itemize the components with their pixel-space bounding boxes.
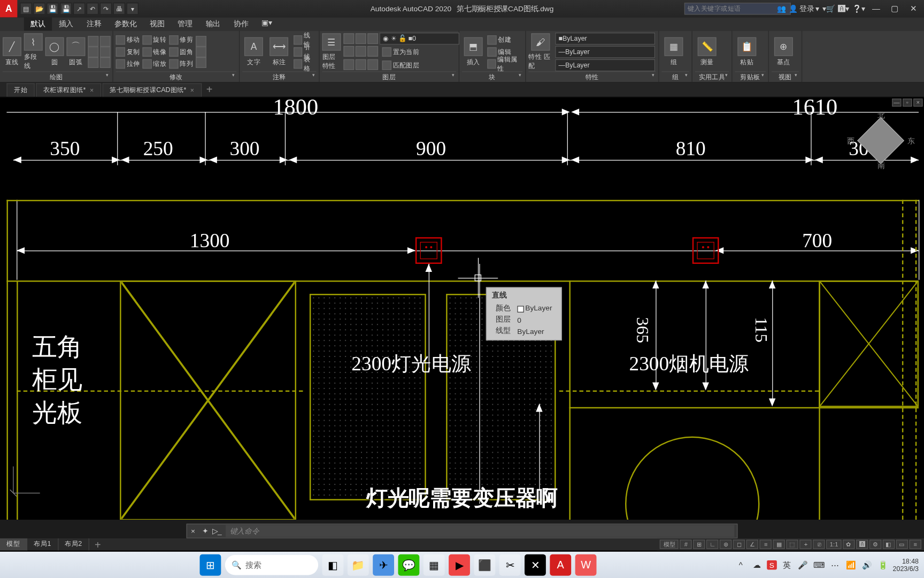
create-block-button[interactable]: 创建 xyxy=(487,34,522,45)
status-scale[interactable]: 1:1 xyxy=(827,539,842,549)
panel-group-title[interactable]: 组 xyxy=(661,71,689,80)
doc-restore-icon[interactable]: ▫ xyxy=(903,98,912,107)
layer-state-icon[interactable] xyxy=(367,33,378,44)
status-ortho-icon[interactable]: ∟ xyxy=(707,539,719,549)
close-icon[interactable]: × xyxy=(90,86,94,94)
stretch-button[interactable]: 拉伸 xyxy=(116,58,140,70)
qat-saveas-icon[interactable]: 💾 xyxy=(60,3,72,14)
status-iso-icon[interactable]: ◧ xyxy=(883,539,895,549)
cmd-config-icon[interactable]: ✦ xyxy=(199,527,211,535)
layer-tool-icon[interactable] xyxy=(367,59,378,70)
mirror-button[interactable]: 镜像 xyxy=(142,45,166,57)
tray-battery-icon[interactable]: 🔋 xyxy=(877,559,889,571)
tab-collab[interactable]: 协作 xyxy=(227,17,255,31)
move-button[interactable]: 移动 xyxy=(116,34,140,45)
panel-annot-title[interactable]: 注释 xyxy=(242,71,316,80)
qat-undo-icon[interactable]: ↶ xyxy=(87,3,98,14)
tab-insert[interactable]: 插入 xyxy=(52,17,80,31)
wps-icon[interactable]: W xyxy=(575,554,597,576)
tray-volume-icon[interactable]: 🔊 xyxy=(861,559,873,571)
set-current-button[interactable]: 置为当前 xyxy=(382,45,420,57)
array-button[interactable]: 阵列 xyxy=(169,58,193,70)
status-custom-icon[interactable]: ≡ xyxy=(910,539,921,549)
table-button[interactable]: 表格 xyxy=(294,58,317,70)
tab-annotate[interactable]: 注释 xyxy=(80,17,107,31)
match-props-button[interactable]: 🖌特性 匹配 xyxy=(528,33,552,71)
tab-featured-icon[interactable]: ▣▾ xyxy=(255,17,279,31)
color-dropdown[interactable]: ■ ByLayer xyxy=(555,32,655,44)
status-snap-icon[interactable]: ⊞ xyxy=(694,539,705,549)
task-view-icon[interactable]: ◧ xyxy=(322,554,344,576)
qat-redo-icon[interactable]: ↷ xyxy=(100,3,112,14)
scale-button[interactable]: 缩放 xyxy=(142,58,166,70)
layout-2[interactable]: 布局2 xyxy=(58,538,89,550)
panel-block-title[interactable]: 块 xyxy=(462,71,522,80)
status-grid-icon[interactable]: # xyxy=(680,539,692,549)
linetype-dropdown[interactable]: — ByLayer xyxy=(555,59,655,71)
line-button[interactable]: ╱直线 xyxy=(3,33,21,71)
app-switch-icon[interactable]: 🅰▾ xyxy=(838,4,849,13)
view-cube[interactable]: 北 南 东 西 xyxy=(851,111,911,171)
help-icon[interactable]: ❔▾ xyxy=(852,4,866,13)
tab-view[interactable]: 视图 xyxy=(143,17,171,31)
polyline-button[interactable]: ⌇多段线 xyxy=(24,33,43,71)
new-tab-button[interactable]: + xyxy=(203,83,216,95)
app-icon[interactable]: ▦ xyxy=(424,554,445,576)
modify-misc-icon[interactable] xyxy=(196,47,206,57)
layer-dropdown[interactable]: ◉ ☀ 🔓 ■ 0 xyxy=(380,32,459,44)
layer-state-icon[interactable] xyxy=(343,33,354,44)
draw-misc-icon[interactable] xyxy=(88,57,98,67)
panel-clip-title[interactable]: 剪贴板 xyxy=(735,71,765,80)
layer-tool-icon[interactable] xyxy=(343,59,354,70)
copy-button[interactable]: 复制 xyxy=(116,45,140,57)
qat-open-icon[interactable]: 📂 xyxy=(33,3,45,14)
text-button[interactable]: A文字 xyxy=(242,33,265,71)
layer-props-button[interactable]: ☰图层 特性 xyxy=(322,33,341,71)
status-dyn-icon[interactable]: + xyxy=(800,539,812,549)
tray-wifi-icon[interactable]: 📶 xyxy=(845,559,857,571)
tab-parametric[interactable]: 参数化 xyxy=(108,17,143,31)
filetab-doc1[interactable]: 衣柜课程图纸*× xyxy=(36,83,101,96)
status-sel-icon[interactable]: ⬚ xyxy=(787,539,798,549)
tencent-icon[interactable]: ✈ xyxy=(373,554,394,576)
dim-button[interactable]: ⟷标注 xyxy=(268,33,291,71)
tray-keyboard-icon[interactable]: ⌨ xyxy=(813,559,825,571)
layout-add-button[interactable]: + xyxy=(89,538,106,550)
measure-button[interactable]: 📏测量 xyxy=(695,33,719,71)
maximize-button[interactable]: ▢ xyxy=(887,4,903,13)
trim-button[interactable]: 修剪 xyxy=(169,34,193,45)
layout-model[interactable]: 模型 xyxy=(0,538,27,550)
qat-print-icon[interactable]: 🖶 xyxy=(113,3,125,14)
panel-view-title[interactable]: 视图 xyxy=(772,71,799,80)
taskbar-search[interactable]: 🔍 搜索 xyxy=(225,555,318,575)
status-polar-icon[interactable]: ⊛ xyxy=(720,539,732,549)
fillet-button[interactable]: 圆角 xyxy=(169,45,193,57)
people-icon[interactable]: 👥 xyxy=(777,4,786,13)
layer-tool-icon[interactable] xyxy=(343,45,354,56)
modify-misc-icon[interactable] xyxy=(196,57,206,67)
tab-manage[interactable]: 管理 xyxy=(171,17,199,31)
wechat-icon[interactable]: 💬 xyxy=(398,554,419,576)
group-button[interactable]: ▦组 xyxy=(661,33,686,71)
filetab-start[interactable]: 开始 xyxy=(6,83,34,96)
help-search-input[interactable]: 键入关键字或短语 xyxy=(684,3,791,14)
tray-mic-icon[interactable]: 🎤 xyxy=(797,559,808,571)
layout-1[interactable]: 布局1 xyxy=(27,538,58,550)
tab-default[interactable]: 默认 xyxy=(24,17,52,31)
draw-misc-icon[interactable] xyxy=(88,47,98,57)
minimize-button[interactable]: — xyxy=(868,4,884,13)
tray-up-icon[interactable]: ^ xyxy=(735,559,746,571)
status-lwt-icon[interactable]: ≡ xyxy=(760,539,772,549)
qat-dropdown-icon[interactable]: ▾ xyxy=(127,3,138,14)
status-osnap-icon[interactable]: ◻ xyxy=(733,539,745,549)
start-button[interactable]: ⊞ xyxy=(199,554,221,576)
arc-button[interactable]: ⌒圆弧 xyxy=(66,33,85,71)
cart-icon[interactable]: ▾🛒 xyxy=(822,4,836,13)
close-button[interactable]: ✕ xyxy=(905,4,921,13)
tray-onedrive-icon[interactable]: ☁ xyxy=(751,559,763,571)
qat-save-icon[interactable]: 💾 xyxy=(47,3,58,14)
status-ws-icon[interactable]: ⚙ xyxy=(869,539,881,549)
app-icon[interactable]: ▶ xyxy=(449,554,470,576)
status-model[interactable]: 模型 xyxy=(660,539,679,549)
command-line[interactable]: × ✦ ▷_ 键入命令 xyxy=(187,524,738,538)
